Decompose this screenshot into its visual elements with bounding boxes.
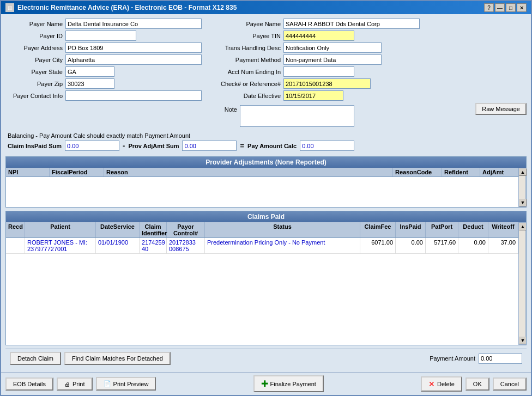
provider-adjustments-section: Provider Adjustments (None Reported) NPI…: [5, 156, 527, 208]
deduct-cell: 0.00: [458, 238, 488, 253]
provider-rows: [6, 177, 518, 207]
finalize-payment-button[interactable]: ✚ Finalize Payment: [253, 375, 324, 392]
print-icon: 🖨: [64, 381, 70, 387]
claims-paid-header: Claims Paid: [6, 211, 526, 222]
payee-acct-input[interactable]: [283, 66, 354, 77]
payment-amount-input[interactable]: [479, 354, 522, 364]
payer-contact-input[interactable]: [65, 90, 202, 101]
payee-trans-row: Trans Handling Desc: [213, 42, 527, 53]
claims-table-container: Recd Patient DateService Claim Identifie…: [6, 222, 526, 345]
payee-name-input[interactable]: [283, 19, 420, 29]
payer-name-label: Payer Name: [5, 21, 65, 27]
pay-amount-input[interactable]: [300, 141, 354, 151]
finalize-icon: ✚: [261, 379, 268, 389]
cancel-button[interactable]: Cancel: [493, 377, 527, 391]
payer-zip-input[interactable]: [65, 78, 114, 89]
payer-state-input[interactable]: [65, 66, 114, 77]
scrollbar-up-btn[interactable]: ▲: [519, 168, 527, 176]
print-preview-button[interactable]: 📄 Print Preview: [96, 377, 156, 391]
payer-id-row: Payer ID: [5, 31, 202, 41]
payer-address-row: Payer Address: [5, 42, 202, 53]
refident-header: RefIdent: [442, 168, 480, 176]
claimid-header: Claim Identifier: [140, 222, 167, 237]
payer-id-input[interactable]: [65, 31, 136, 41]
bottom-left-buttons: Detach Claim Find Claim Matches For Deta…: [10, 352, 171, 365]
payer-section: Payer Name Payer ID Payer Address Payer …: [5, 19, 202, 127]
payee-check-input[interactable]: [283, 78, 371, 89]
provider-scrollbar[interactable]: ▲ ▼: [518, 168, 526, 207]
status-header: Status: [205, 222, 360, 237]
prov-adjamt-label: Prov AdjAmt Sum: [128, 143, 179, 149]
print-label: Print: [72, 381, 85, 387]
deduct-header: Deduct: [458, 222, 488, 237]
minus-sign: -: [123, 142, 125, 150]
payee-section: Payee Name Payee TIN Trans Handling Desc…: [213, 19, 527, 127]
top-section: Payer Name Payer ID Payer Address Payer …: [5, 19, 527, 127]
adjamt-header: AdjAmt: [480, 168, 518, 176]
equals-sign: =: [240, 142, 244, 150]
provider-table: NPI FiscalPeriod Reason ReasonCode RefId…: [6, 168, 518, 207]
bottom-bar: Detach Claim Find Claim Matches For Deta…: [5, 349, 527, 368]
prov-adjamt-input[interactable]: [182, 141, 237, 151]
find-claim-button[interactable]: Find Claim Matches For Detached: [64, 352, 171, 365]
inspaid-header: InsPaid: [396, 222, 426, 237]
payment-amount-section: Payment Amount: [430, 354, 522, 364]
claims-scrollbar-up-btn[interactable]: ▲: [519, 223, 526, 230]
patport-header: PatPort: [426, 222, 458, 237]
payer-address-input[interactable]: [65, 42, 202, 53]
payee-check-label: Check# or Reference#: [213, 81, 283, 87]
scrollbar-track[interactable]: [519, 176, 525, 199]
claimid-cell: 217425940: [140, 238, 167, 253]
payee-check-row: Check# or Reference#: [213, 78, 527, 89]
minimize-button[interactable]: —: [495, 3, 505, 12]
note-textarea[interactable]: [240, 105, 354, 127]
payer-contact-row: Payer Contact Info: [5, 90, 202, 101]
help-button[interactable]: ?: [484, 3, 494, 12]
title-bar-left: ⊞ Electronic Remittance Advice (ERA) - E…: [5, 3, 237, 12]
fiscal-header: FiscalPeriod: [50, 168, 104, 176]
payment-amount-label: Payment Amount: [430, 355, 475, 362]
claims-scrollbar-track[interactable]: [519, 230, 525, 337]
claim-inspaid-label: Claim InsPaid Sum: [8, 143, 62, 149]
payee-date-label: Date Effective: [213, 93, 283, 99]
raw-message-button[interactable]: Raw Message: [475, 103, 527, 115]
payee-tin-label: Payee TIN: [213, 33, 283, 39]
claimfee-cell: 6071.00: [360, 238, 396, 253]
payee-payment-input[interactable]: [283, 54, 382, 65]
payee-fields: Payee Name Payee TIN Trans Handling Desc…: [213, 19, 527, 101]
payee-trans-input[interactable]: [283, 42, 382, 53]
payer-zip-label: Payer Zip: [5, 81, 65, 87]
claims-table-header: Recd Patient DateService Claim Identifie…: [6, 222, 518, 238]
maximize-button[interactable]: □: [506, 3, 516, 12]
claims-scrollbar-down-btn[interactable]: ▼: [519, 337, 526, 344]
eob-details-button[interactable]: EOB Details: [5, 377, 53, 391]
balance-row: Claim InsPaid Sum - Prov AdjAmt Sum = Pa…: [8, 141, 524, 151]
payee-date-input[interactable]: [283, 90, 343, 101]
delete-button[interactable]: ✕ Delete: [421, 376, 462, 392]
claim-inspaid-input[interactable]: [65, 141, 119, 151]
close-button[interactable]: ✕: [517, 3, 527, 12]
payer-city-row: Payer City: [5, 54, 202, 65]
claims-scrollbar[interactable]: ▲ ▼: [518, 222, 526, 345]
payer-contact-label: Payer Contact Info: [5, 93, 65, 99]
delete-label: Delete: [437, 381, 455, 387]
ok-button[interactable]: OK: [466, 377, 489, 391]
payee-tin-input[interactable]: [283, 31, 354, 41]
print-button[interactable]: 🖨 Print: [57, 377, 93, 391]
detach-claim-button[interactable]: Detach Claim: [10, 352, 61, 365]
dateservice-cell: 01/01/1900: [96, 238, 140, 253]
claims-paid-section: Claims Paid Recd Patient DateService Cla…: [5, 211, 527, 345]
table-row[interactable]: ROBERT JONES - MI:237977727001 01/01/190…: [6, 238, 518, 254]
payer-name-input[interactable]: [65, 19, 202, 29]
payer-state-label: Payer State: [5, 69, 65, 75]
dateservice-header: DateService: [96, 222, 140, 237]
scrollbar-down-btn[interactable]: ▼: [519, 199, 527, 206]
reasoncode-header: ReasonCode: [393, 168, 442, 176]
payer-city-input[interactable]: [65, 54, 202, 65]
window-controls: ? — □ ✕: [484, 3, 527, 12]
payor-cell: 20172833008675: [167, 238, 205, 253]
title-bar: ⊞ Electronic Remittance Advice (ERA) - E…: [1, 1, 531, 14]
writeoff-cell: 37.00: [488, 238, 518, 253]
patient-cell: ROBERT JONES - MI:237977727001: [25, 238, 96, 253]
recd-header: Recd: [6, 222, 25, 237]
